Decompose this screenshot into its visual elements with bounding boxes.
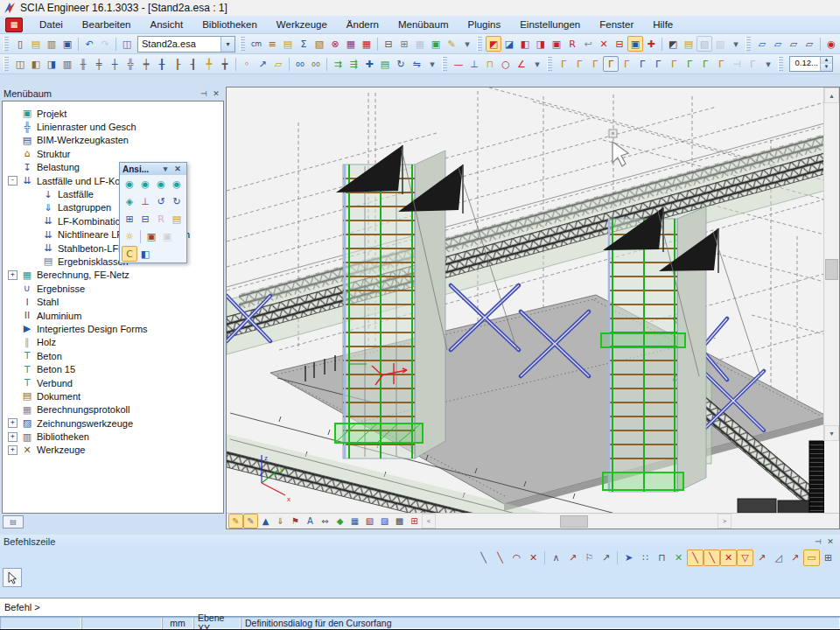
hscroll-thumb[interactable] bbox=[560, 515, 588, 528]
origin-axes-icon[interactable]: ⊥ bbox=[137, 193, 153, 209]
open-project-icon[interactable]: ▤ bbox=[28, 36, 44, 52]
snap-off-icon[interactable]: ✕ bbox=[525, 550, 542, 566]
view-settings-icon[interactable]: ⊞ bbox=[407, 514, 422, 528]
snap-grid-icon[interactable]: ∷ bbox=[637, 550, 654, 566]
connection-plate-icon[interactable]: Γ bbox=[666, 56, 682, 72]
mirror-icon[interactable]: ⇋ bbox=[409, 56, 424, 72]
chevron-down-icon[interactable]: ▾ bbox=[159, 164, 172, 175]
open-view-icon[interactable]: ▤ bbox=[169, 211, 185, 227]
connection-frame-rigid-icon[interactable]: Γ bbox=[556, 56, 571, 72]
select-add-icon[interactable]: ◪ bbox=[501, 36, 517, 52]
menu-hilfe[interactable]: Hilfe bbox=[643, 18, 682, 32]
scroll-right-icon[interactable]: > bbox=[718, 514, 732, 528]
pin-icon[interactable]: ⊣ bbox=[198, 88, 210, 100]
show-labels-icon[interactable]: ⚑ bbox=[288, 514, 303, 528]
printer-icon[interactable]: ⊟ bbox=[381, 36, 396, 52]
cursor-flag-icon[interactable]: ⚐ bbox=[581, 550, 598, 566]
save-project-icon[interactable]: ▣ bbox=[60, 36, 75, 52]
toolbar-grip[interactable] bbox=[4, 57, 9, 71]
show-model-data-icon[interactable]: ◆ bbox=[332, 514, 347, 528]
snap-line-icon[interactable]: ╲ bbox=[475, 550, 492, 566]
copy-special-icon[interactable]: ▱ bbox=[786, 36, 802, 52]
tree-item-stahl[interactable]: IStahl bbox=[3, 295, 223, 308]
vscroll-track[interactable] bbox=[824, 103, 839, 425]
snap-arc-icon[interactable]: ◠ bbox=[508, 550, 525, 566]
snap-perpendicular-icon[interactable]: ▽ bbox=[737, 550, 753, 566]
document-in-icon[interactable]: ▣ bbox=[428, 36, 444, 52]
view-axo-icon[interactable]: ◉ bbox=[169, 176, 185, 192]
load-display-settings-icon[interactable]: ▤ bbox=[681, 36, 696, 52]
cursor-cross-icon[interactable]: ∧ bbox=[548, 550, 564, 566]
clipping-view-icon[interactable]: ▩ bbox=[392, 514, 407, 528]
copy-properties-icon[interactable]: ▧ bbox=[312, 36, 327, 52]
menu-bibliotheken[interactable]: Bibliotheken bbox=[192, 18, 267, 32]
connection-expansion-icon[interactable]: ⊣ bbox=[729, 56, 745, 72]
select-invert-icon[interactable]: ◨ bbox=[533, 36, 549, 52]
tree-item-bibliotheken[interactable]: +▥Bibliotheken bbox=[3, 430, 223, 443]
supports-display-icon[interactable]: ╪ bbox=[91, 56, 107, 72]
spinner-down-icon[interactable]: ▼ bbox=[821, 64, 832, 71]
menu-plugins[interactable]: Plugins bbox=[458, 18, 510, 32]
display-1d-members-icon[interactable]: ◫ bbox=[12, 56, 28, 72]
render-pencil-icon[interactable]: ✎ bbox=[243, 514, 258, 528]
3d-model-view[interactable]: z y x bbox=[227, 88, 824, 514]
paste-special-icon[interactable]: ▱ bbox=[802, 36, 817, 52]
intersections-icon[interactable]: ┠ bbox=[170, 56, 186, 72]
project-combobox[interactable]: Stand2a.esa ▾ bbox=[137, 36, 235, 52]
document-edit-icon[interactable]: ✎ bbox=[444, 36, 459, 52]
copy-icon[interactable]: ⇉ bbox=[330, 56, 346, 72]
section-view-icon[interactable]: ▨ bbox=[377, 514, 392, 528]
activity-icon[interactable]: Σ bbox=[296, 36, 312, 52]
dimension-perpendicular-icon[interactable]: ⊥ bbox=[466, 56, 482, 72]
overflow-4-icon[interactable]: ▾ bbox=[424, 56, 440, 72]
wireframe-pencil-icon[interactable]: ✎ bbox=[228, 514, 243, 528]
table-results-icon[interactable]: ▦ bbox=[359, 36, 374, 52]
panel-tab-button[interactable]: ▤ bbox=[3, 515, 24, 528]
cursor-mode-button[interactable] bbox=[3, 568, 22, 587]
snap-cursor-icon[interactable]: ➤ bbox=[620, 550, 637, 566]
tree-item-lastgruppen[interactable]: ⇓Lastgruppen bbox=[3, 201, 223, 214]
layers-icon[interactable]: ≡ bbox=[264, 36, 280, 52]
tree-item-holz[interactable]: ∥Holz bbox=[3, 336, 223, 349]
status-plane[interactable]: Ebene XY bbox=[193, 617, 241, 629]
scroll-left-icon[interactable]: < bbox=[422, 514, 436, 528]
overflow-5-icon[interactable]: ▾ bbox=[529, 56, 545, 72]
view-state-restore-icon[interactable]: ▧ bbox=[712, 36, 728, 52]
overflow-6-icon[interactable]: ▾ bbox=[760, 56, 776, 72]
toolbar-grip[interactable] bbox=[442, 57, 447, 71]
move-icon[interactable]: ✚ bbox=[361, 56, 377, 72]
overflow-2-icon[interactable]: ▾ bbox=[728, 36, 744, 52]
array-icon[interactable]: ▤ bbox=[377, 56, 393, 72]
tree-item-linienraster-und-gesch[interactable]: ╬Linienraster und Gesch bbox=[3, 120, 223, 133]
connection-haunch-icon[interactable]: Γ bbox=[713, 56, 729, 72]
show-loads-icon[interactable]: ⇓ bbox=[273, 514, 288, 528]
tree-item-aluminium[interactable]: IIAluminium bbox=[3, 309, 223, 322]
connection-stiffener-icon[interactable]: Γ bbox=[682, 56, 697, 72]
snap-arc-center-icon[interactable]: ↗ bbox=[787, 550, 803, 566]
view-z-icon[interactable]: ◉ bbox=[153, 176, 169, 192]
move-node-icon[interactable]: ↗ bbox=[255, 56, 270, 72]
menu-datei[interactable]: Datei bbox=[30, 18, 73, 32]
free-edges-icon[interactable]: ╇ bbox=[201, 56, 217, 72]
toolbar-grip[interactable] bbox=[778, 57, 783, 71]
chevron-down-icon[interactable]: ▾ bbox=[220, 37, 234, 52]
command-input[interactable]: Befehl > bbox=[0, 598, 840, 617]
tree-item-belastung[interactable]: ↧Belastung bbox=[3, 161, 223, 174]
cursor-arrow-icon[interactable]: ↗ bbox=[564, 550, 581, 566]
connection-hollow-icon[interactable]: Γ bbox=[619, 56, 634, 72]
select-subtract-icon[interactable]: ⊟ bbox=[612, 36, 627, 52]
rotate-icon[interactable]: ↻ bbox=[393, 56, 409, 72]
undo-icon[interactable]: ↶ bbox=[81, 36, 97, 52]
expand-icon[interactable]: + bbox=[8, 445, 18, 455]
view-y-icon[interactable]: ◉ bbox=[137, 176, 153, 192]
menu-menuebaum[interactable]: Menübaum bbox=[388, 18, 458, 32]
rotate-left-icon[interactable]: ↺ bbox=[153, 193, 169, 209]
view-x-icon[interactable]: ◉ bbox=[122, 176, 137, 192]
rotate-right-icon[interactable]: ↻ bbox=[169, 193, 185, 209]
connection-welded-icon[interactable]: Γ bbox=[650, 56, 666, 72]
tree-item-stahlbeton-lfk[interactable]: ⇊Stahlbeton-LFK bbox=[3, 242, 223, 255]
connection-haunch-green-icon[interactable]: Γ bbox=[697, 56, 713, 72]
select-previous-icon[interactable]: ◧ bbox=[517, 36, 533, 52]
select-undo-icon[interactable]: ↩ bbox=[580, 36, 596, 52]
snap-line-point-icon[interactable]: ╲ bbox=[492, 550, 508, 566]
